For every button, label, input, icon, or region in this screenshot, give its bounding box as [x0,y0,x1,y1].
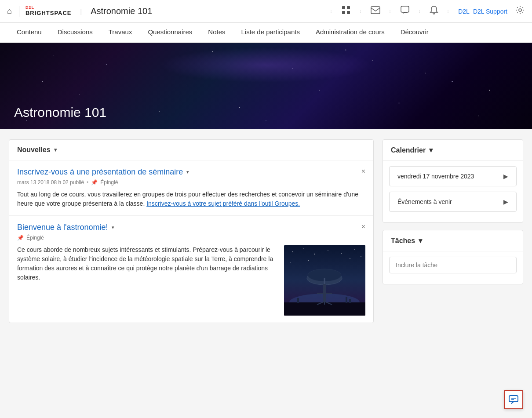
news-item-2-chevron: ▾ [112,225,114,230]
news-item-1: Inscrivez-vous à une présentation de sém… [9,160,373,216]
taches-header: Tâches ▾ [383,230,523,251]
nouvelles-widget: Nouvelles ▾ Inscrivez-vous à une présent… [9,139,374,323]
top-nav-icons: ⋮ ⋮ ⋮ ⋮ [329,5,525,17]
svg-rect-23 [323,284,326,302]
page-content: Nouvelles ▾ Inscrivez-vous à une présent… [0,129,532,341]
svg-rect-0 [342,6,345,9]
nav-liste-participants[interactable]: Liste de participants [233,23,307,42]
taches-chevron[interactable]: ▾ [419,236,422,245]
taches-title: Tâches [391,237,415,245]
nav-discussions[interactable]: Discussions [50,23,101,42]
news-item-2-epingle: Épinglé [26,235,44,241]
svg-point-13 [341,253,342,254]
svg-rect-1 [347,6,350,9]
user-name[interactable]: D2L D2L Support [458,8,507,15]
news-item-2: Bienvenue à l'astronomie! ▾ × 📌 Épinglé … [9,216,373,323]
svg-rect-5 [401,6,409,12]
dots-separator-5: ⋮ [446,9,450,13]
news-item-1-title[interactable]: Inscrivez-vous à une présentation de sém… [17,167,365,177]
bell-icon[interactable] [430,5,438,17]
nav-notes[interactable]: Notes [200,23,233,42]
svg-point-11 [314,254,315,254]
news-item-2-meta: 📌 Épinglé [17,235,365,241]
dots-separator: ⋮ [329,9,333,13]
chat-nav-icon[interactable] [400,5,410,17]
nav-administration[interactable]: Administration de cours [308,23,393,42]
svg-point-10 [303,248,304,249]
grid-icon[interactable] [341,5,351,17]
svg-point-6 [519,9,521,11]
news-item-1-body: Tout au long de ce cours, vous travaille… [17,190,365,208]
calendrier-widget: Calendrier ▾ vendredi 17 novembre 2023 ▶… [383,139,523,223]
svg-rect-29 [349,299,351,303]
news-item-1-chevron: ▾ [186,169,189,175]
dots-separator-3: ⋮ [388,9,392,13]
hero-glow [160,47,372,83]
task-input[interactable] [389,257,517,273]
calendar-date-arrow: ▶ [503,173,508,180]
main-column: Nouvelles ▾ Inscrivez-vous à une présent… [9,139,374,330]
nav-questionnaires[interactable]: Questionnaires [140,23,200,42]
calendar-date-label: vendredi 17 novembre 2023 [397,173,474,180]
meta-dot: • [87,179,88,185]
svg-rect-28 [346,297,347,303]
svg-rect-30 [297,298,299,303]
news-item-1-meta: mars 13 2018 08 h 02 publié • 📌 Épinglé [17,179,365,185]
calendrier-chevron[interactable]: ▾ [429,146,433,154]
calendrier-title: Calendrier [391,146,426,154]
calendar-date-item[interactable]: vendredi 17 novembre 2023 ▶ [389,166,517,186]
svg-rect-3 [347,11,350,14]
svg-point-15 [361,256,361,257]
news-item-1-close[interactable]: × [361,167,365,175]
calendar-events-arrow: ▶ [503,198,508,205]
main-navigation: Contenu Discussions Travaux Questionnair… [0,23,532,43]
news-item-1-date: mars 13 2018 08 h 02 publié [17,179,84,185]
nouvelles-header: Nouvelles ▾ [9,140,373,160]
nav-travaux[interactable]: Travaux [101,23,140,42]
calendar-events-label: Événements à venir [397,198,452,205]
svg-rect-4 [371,7,380,14]
dots-separator-2: ⋮ [359,9,363,13]
home-icon[interactable]: ⌂ [7,7,12,16]
gear-icon[interactable] [515,5,525,17]
svg-point-17 [308,260,309,261]
calendrier-header: Calendrier ▾ [383,140,523,161]
nav-separator: | [80,8,82,15]
nav-contenu[interactable]: Contenu [9,23,50,42]
svg-point-18 [350,258,350,259]
mail-icon[interactable] [371,6,380,16]
calendar-events-item[interactable]: Événements à venir ▶ [389,192,517,212]
nouvelles-title: Nouvelles [17,146,51,154]
nouvelles-chevron[interactable]: ▾ [54,147,57,153]
taches-widget: Tâches ▾ [383,230,523,284]
sidebar: Calendrier ▾ vendredi 17 novembre 2023 ▶… [383,139,523,330]
news-item-2-close[interactable]: × [361,223,365,231]
svg-point-16 [290,262,291,263]
svg-point-12 [328,250,328,251]
news-item-2-title[interactable]: Bienvenue à l'astronomie! ▾ [17,223,365,232]
news-item-2-body: Ce cours aborde de nombreux sujets intér… [17,245,277,282]
news-item-1-link[interactable]: Inscrivez-vous à votre sujet préféré dan… [146,200,300,207]
top-nav-logo: D2L BRIGHTSPACE [19,6,72,16]
svg-rect-2 [342,11,345,14]
nav-decouvrir[interactable]: Découvrir [393,23,437,42]
top-navigation: ⌂ D2L BRIGHTSPACE | Astronomie 101 ⋮ ⋮ ⋮ [0,0,532,23]
svg-point-14 [354,249,355,250]
svg-point-9 [292,251,293,252]
news-item-2-image [284,245,365,316]
pin-icon-1: 📌 [91,179,98,185]
dots-separator-4: ⋮ [418,9,422,13]
page-title: Astronomie 101 [91,6,322,16]
pin-icon-2: 📌 [17,235,24,241]
news-item-1-epingle: Épinglé [100,179,118,185]
hero-banner: Astronomie 101 [0,43,532,129]
logo-brightspace-text: BRIGHTSPACE [26,10,72,16]
news-item-2-content-row: Ce cours aborde de nombreux sujets intér… [17,245,365,316]
hero-title: Astronomie 101 [14,105,106,120]
